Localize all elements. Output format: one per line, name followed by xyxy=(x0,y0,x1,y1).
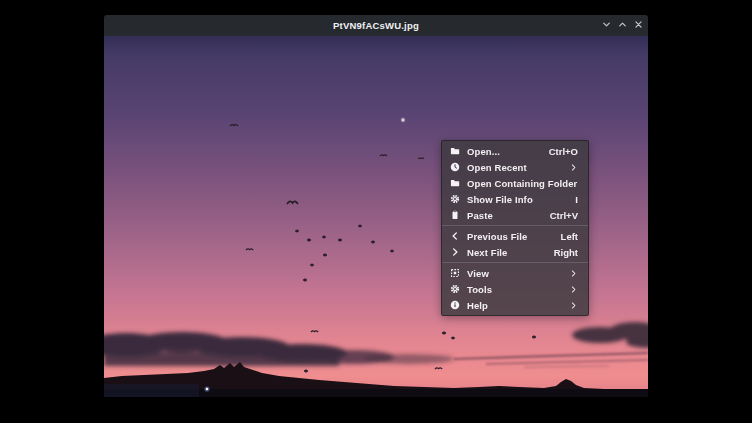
menu-item-shortcut: Left xyxy=(561,231,578,242)
folder-icon xyxy=(450,178,460,188)
menu-item-label: Open... xyxy=(467,146,542,157)
desktop-background: { "window": { "title": "PtVN9fACsWU.jpg"… xyxy=(0,0,752,423)
menu-item-previous-file[interactable]: Previous File Left xyxy=(442,228,588,244)
titlebar[interactable]: PtVN9fACsWU.jpg xyxy=(104,15,648,36)
menu-item-tools[interactable]: Tools xyxy=(442,281,588,297)
menu-item-label: Tools xyxy=(467,284,562,295)
chevron-right-icon xyxy=(450,247,460,257)
close-icon xyxy=(633,18,644,33)
menu-item-label: Next File xyxy=(467,247,547,258)
menu-item-label: Show File Info xyxy=(467,194,568,205)
menu-separator xyxy=(442,225,588,226)
menu-item-label: Open Recent xyxy=(467,162,562,173)
menu-item-open-recent[interactable]: Open Recent xyxy=(442,159,588,175)
submenu-arrow-icon xyxy=(569,285,578,294)
menu-item-shortcut: Ctrl+V xyxy=(550,210,578,221)
menu-item-paste[interactable]: Paste Ctrl+V xyxy=(442,207,588,223)
gear-icon xyxy=(450,284,460,294)
info-icon xyxy=(450,300,460,310)
minimize-button[interactable] xyxy=(599,18,613,34)
menu-item-label: View xyxy=(467,268,562,279)
gear-icon xyxy=(450,194,460,204)
menu-item-label: Help xyxy=(467,300,562,311)
folder-icon xyxy=(450,146,460,156)
menu-item-next-file[interactable]: Next File Right xyxy=(442,244,588,260)
submenu-arrow-icon xyxy=(569,163,578,172)
menu-item-view[interactable]: View xyxy=(442,265,588,281)
menu-separator xyxy=(442,262,588,263)
paste-icon xyxy=(450,210,460,220)
menu-item-open-containing-folder[interactable]: Open Containing Folder xyxy=(442,175,588,191)
window-title: PtVN9fACsWU.jpg xyxy=(333,20,419,31)
menu-item-open[interactable]: Open... Ctrl+O xyxy=(442,143,588,159)
menu-item-shortcut: Right xyxy=(554,247,578,258)
menu-item-label: Previous File xyxy=(467,231,554,242)
chevron-down-icon xyxy=(601,18,612,33)
submenu-arrow-icon xyxy=(569,301,578,310)
view-icon xyxy=(450,268,460,278)
ground-light xyxy=(204,386,209,391)
submenu-arrow-icon xyxy=(569,269,578,278)
menu-item-label: Paste xyxy=(467,210,543,221)
clock-icon xyxy=(450,162,460,172)
menu-item-show-file-info[interactable]: Show File Info I xyxy=(442,191,588,207)
close-button[interactable] xyxy=(631,18,645,34)
menu-item-help[interactable]: Help xyxy=(442,297,588,313)
menu-item-shortcut: I xyxy=(575,194,578,205)
foreground-navy-tint xyxy=(104,384,199,397)
chevron-up-icon xyxy=(617,18,628,33)
context-menu: Open... Ctrl+O Open Recent Open Containi… xyxy=(441,140,589,316)
menu-item-shortcut: Ctrl+O xyxy=(549,146,578,157)
menu-item-label: Open Containing Folder xyxy=(467,178,577,189)
window-controls xyxy=(599,15,645,36)
maximize-button[interactable] xyxy=(615,18,629,34)
chevron-left-icon xyxy=(450,231,460,241)
venus-dot xyxy=(401,118,406,123)
